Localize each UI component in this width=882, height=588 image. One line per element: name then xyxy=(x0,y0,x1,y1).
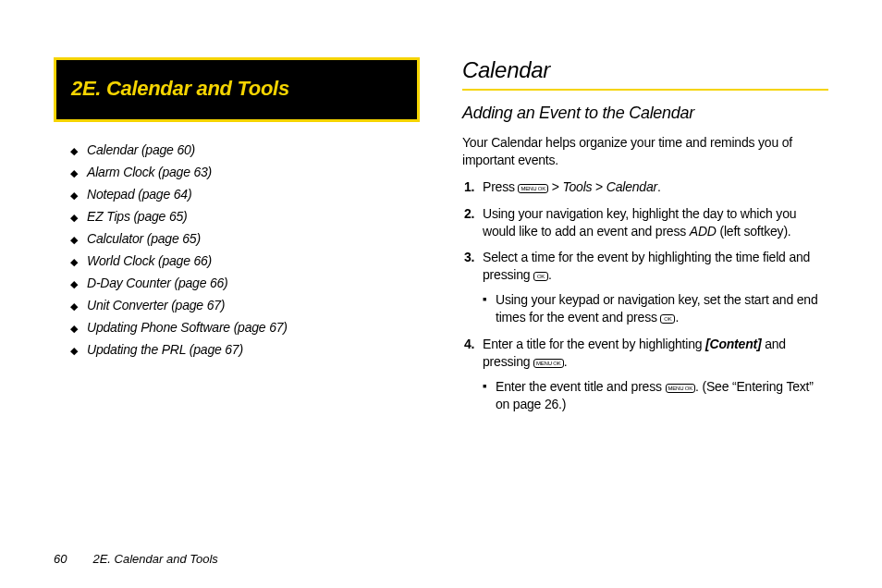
list-item: Alarm Clock (page 63) xyxy=(70,165,420,179)
softkey-add: ADD xyxy=(690,224,717,239)
menu-ok-key-icon: MENU OK xyxy=(533,359,564,368)
section-heading: Calendar xyxy=(462,57,828,83)
step-text: Press xyxy=(483,179,518,194)
chapter-title: 2E. Calendar and Tools xyxy=(71,77,402,101)
step-1: Press MENU OK > Tools > Calendar. xyxy=(462,178,828,196)
step-text: > xyxy=(548,179,562,194)
substep-list: Enter the event title and press MENU OK.… xyxy=(483,378,828,413)
ok-key-icon: OK xyxy=(660,314,675,324)
left-column: 2E. Calendar and Tools Calendar (page 60… xyxy=(54,57,420,520)
menu-path-tools: Tools xyxy=(562,179,592,194)
list-item: Calendar (page 60) xyxy=(70,142,420,157)
list-item: EZ Tips (page 65) xyxy=(70,209,420,224)
step-text: Select a time for the event by highlight… xyxy=(483,250,810,282)
step-text: . xyxy=(564,354,568,369)
step-text: Using your keypad or navigation key, set… xyxy=(496,292,817,325)
step-text: . xyxy=(657,179,661,194)
footer-title: 2E. Calendar and Tools xyxy=(92,552,217,566)
list-item: Updating the PRL (page 67) xyxy=(70,342,420,357)
content-field: [Content] xyxy=(705,337,761,351)
steps-list: Press MENU OK > Tools > Calendar. Using … xyxy=(462,178,828,413)
intro-text: Your Calendar helps organize your time a… xyxy=(462,134,828,169)
step-3: Select a time for the event by highlight… xyxy=(462,249,828,326)
step-2: Using your navigation key, highlight the… xyxy=(462,205,828,240)
step-text: Enter the event title and press xyxy=(496,379,666,394)
menu-ok-key-icon: MENU OK xyxy=(518,184,548,193)
step-text: . xyxy=(675,310,679,325)
yellow-rule xyxy=(462,89,828,91)
list-item: Unit Converter (page 67) xyxy=(70,298,420,312)
menu-ok-key-icon: MENU OK xyxy=(666,384,696,393)
list-item: Updating Phone Software (page 67) xyxy=(70,320,420,335)
ok-key-icon: OK xyxy=(533,272,548,281)
page-number: 60 xyxy=(54,552,67,566)
step-text: Enter a title for the event by highlight… xyxy=(483,337,705,351)
substep-list: Using your keypad or navigation key, set… xyxy=(483,291,828,326)
step-text: > xyxy=(592,179,606,194)
step-4: Enter a title for the event by highlight… xyxy=(462,336,828,413)
substep-item: Enter the event title and press MENU OK.… xyxy=(483,378,828,413)
title-box: 2E. Calendar and Tools xyxy=(54,57,420,122)
subheading: Adding an Event to the Calendar xyxy=(462,104,828,123)
page-footer: 602E. Calendar and Tools xyxy=(54,552,218,566)
list-item: Notepad (page 64) xyxy=(70,187,420,202)
step-text: (left softkey). xyxy=(717,224,791,239)
right-column: Calendar Adding an Event to the Calendar… xyxy=(462,57,828,520)
list-item: World Clock (page 66) xyxy=(70,253,420,268)
contents-list: Calendar (page 60) Alarm Clock (page 63)… xyxy=(54,142,420,357)
step-text: . xyxy=(548,267,552,282)
list-item: Calculator (page 65) xyxy=(70,231,420,246)
list-item: D-Day Counter (page 66) xyxy=(70,276,420,290)
menu-path-calendar: Calendar xyxy=(606,179,657,194)
substep-item: Using your keypad or navigation key, set… xyxy=(483,291,828,326)
